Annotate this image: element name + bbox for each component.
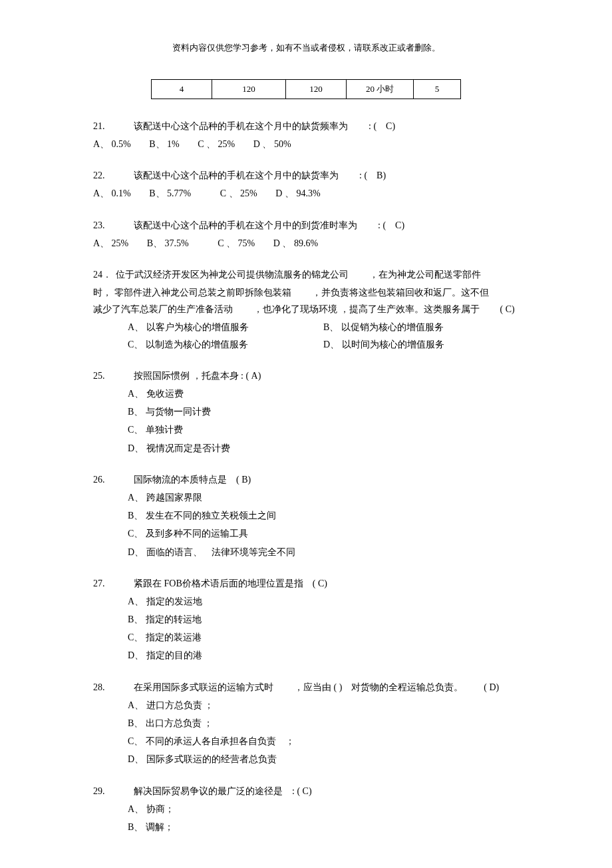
option-b: B、 出口方总负责 ； <box>128 715 519 732</box>
option-d: D 、 50% <box>253 136 291 152</box>
option-b: B、 1% <box>149 136 180 152</box>
stem-part: ，也净化了现场环境 ，提高了生产效率。这类服务属于 <box>253 304 480 314</box>
cell-1: 4 <box>152 80 212 99</box>
table-row: 4 120 120 20 小时 5 <box>152 80 461 99</box>
options: A、 指定的发运地 B、 指定的转运地 C、 指定的装运港 D、 指定的目的港 <box>128 593 519 664</box>
stem-part: ，在为神龙公司配送零部件 <box>369 270 481 280</box>
option-b: B、 发生在不同的独立关税领土之间 <box>128 507 519 524</box>
question-number: 27. <box>93 575 113 592</box>
option-d: D 、 94.3% <box>275 185 320 202</box>
option-a: A、 跨越国家界限 <box>128 489 519 506</box>
option-c: C、 不同的承运人各自承担各自负责 ； <box>128 733 519 750</box>
option-b: B、 指定的转运地 <box>128 611 519 628</box>
option-b: B、 37.5% <box>147 235 189 252</box>
question-26: 26. 国际物流的本质特点是 ( B) A、 跨越国家界限 B、 发生在不同的独… <box>93 471 519 560</box>
stem-part: ，并负责将这些包装箱回收和返厂。这不但 <box>312 288 489 298</box>
option-a: A、 0.5% <box>93 136 131 152</box>
question-stem: 该配送中心这个品种的手机在这个月中的缺货频率为 <box>134 121 348 131</box>
question-stem: 国际物流的本质特点是 ( B) <box>134 475 251 485</box>
options: A、 0.5% B、 1% C 、 25% D 、 50% <box>93 136 519 152</box>
question-29: 29. 解决国际贸易争议的最广泛的途径是 : ( C) A、 协商； B、 调解… <box>93 783 519 836</box>
question-number: 25. <box>93 367 113 384</box>
question-number: 22. <box>93 167 113 184</box>
option-b: B、 以促销为核心的增值服务 <box>323 319 519 335</box>
option-c: C 、 75% <box>218 235 255 252</box>
question-answer: : ( C) <box>369 121 395 131</box>
stem-part: ，应当由 ( ) 对货物的全程运输总负责。 <box>294 682 463 692</box>
question-stem: 该配送中心这个品种的手机在这个月中的到货准时率为 <box>134 220 357 230</box>
option-d: D 、 89.6% <box>273 235 318 252</box>
option-a: A、 25% <box>93 235 128 252</box>
stem-part: 时， 零部件进入神龙公司总装之前即拆除包装箱 <box>93 288 291 298</box>
question-number: 21. <box>93 118 113 134</box>
cell-4: 20 小时 <box>347 80 414 99</box>
question-number: 24． <box>93 266 113 283</box>
question-number: 23. <box>93 217 113 234</box>
question-21: 21. 该配送中心这个品种的手机在这个月中的缺货频率为 : ( C) A、 0.… <box>93 118 519 152</box>
question-answer: ( C) <box>500 304 515 314</box>
options: A、 0.1% B、 5.77% C 、 25% D 、 94.3% <box>93 185 519 202</box>
option-a: A、 协商； <box>128 801 519 817</box>
stem-part: 在采用国际多式联运的运输方式时 <box>134 682 273 692</box>
option-c: C、 及到多种不同的运输工具 <box>128 525 519 542</box>
option-d: D、 国际多式联运的的经营者总负责 <box>128 751 519 767</box>
data-table: 4 120 120 20 小时 5 <box>151 79 461 99</box>
options: A、 跨越国家界限 B、 发生在不同的独立关税领土之间 C、 及到多种不同的运输… <box>128 489 519 560</box>
question-answer: : ( B) <box>359 170 386 180</box>
options: A、 协商； B、 调解； <box>128 801 519 835</box>
question-answer: ( D) <box>484 682 499 692</box>
stem-part: 减少了汽车总装厂的生产准备活动 <box>93 304 233 314</box>
question-25: 25. 按照国际惯例 ，托盘本身 : ( A) A、 免收运费 B、 与货物一同… <box>93 367 519 457</box>
cell-5: 5 <box>414 80 461 99</box>
cell-3: 120 <box>286 80 347 99</box>
option-a: A、 0.1% <box>93 185 131 202</box>
question-24: 24． 位于武汉经济开发区为神龙公司提供物流服务的锦龙公司 ，在为神龙公司配送零… <box>93 266 519 353</box>
question-23: 23. 该配送中心这个品种的手机在这个月中的到货准时率为 : ( C) A、 2… <box>93 217 519 252</box>
question-answer: : ( C) <box>378 220 404 230</box>
options: A、 免收运费 B、 与货物一同计费 C、 单独计费 D、 视情况而定是否计费 <box>128 385 519 457</box>
options: A、 25% B、 37.5% C 、 75% D 、 89.6% <box>93 235 519 252</box>
option-d: D、 视情况而定是否计费 <box>128 440 519 457</box>
option-c: C、 单独计费 <box>128 421 519 438</box>
option-c: C、 以制造为核心的增值服务 <box>128 336 323 353</box>
question-28: 28. 在采用国际多式联运的运输方式时 ，应当由 ( ) 对货物的全程运输总负责… <box>93 679 519 768</box>
options: A、 以客户为核心的增值服务 B、 以促销为核心的增值服务 C、 以制造为核心的… <box>128 319 519 352</box>
question-stem: 紧跟在 FOB价格术语后面的地理位置是指 ( C) <box>134 578 327 588</box>
options: A、 进口方总负责 ； B、 出口方总负责 ； C、 不同的承运人各自承担各自负… <box>128 697 519 768</box>
option-a: A、 进口方总负责 ； <box>128 697 519 714</box>
question-22: 22. 该配送中心这个品种的手机在这个月中的缺货率为 : ( B) A、 0.1… <box>93 167 519 202</box>
option-a: A、 以客户为核心的增值服务 <box>128 319 323 335</box>
option-c: C、 指定的装运港 <box>128 629 519 646</box>
question-number: 26. <box>93 471 113 488</box>
header-note: 资料内容仅供您学习参考，如有不当或者侵权，请联系改正或者删除。 <box>93 40 519 55</box>
question-number: 28. <box>93 679 113 696</box>
option-d: D、 以时间为核心的增值服务 <box>323 336 519 353</box>
stem-part: 位于武汉经济开发区为神龙公司提供物流服务的锦龙公司 <box>116 270 349 280</box>
option-d: D、 指定的目的港 <box>128 647 519 664</box>
question-stem: 该配送中心这个品种的手机在这个月中的缺货率为 <box>134 170 339 180</box>
option-b: B、 5.77% <box>149 185 191 202</box>
option-c: C 、 25% <box>198 136 235 152</box>
option-d: D、 面临的语言、 法律环境等完全不同 <box>128 544 519 560</box>
question-27: 27. 紧跟在 FOB价格术语后面的地理位置是指 ( C) A、 指定的发运地 … <box>93 575 519 664</box>
question-stem: 按照国际惯例 ，托盘本身 : ( A) <box>134 371 261 381</box>
option-b: B、 调解； <box>128 819 519 835</box>
option-c: C 、 25% <box>220 185 257 202</box>
cell-2: 120 <box>212 80 286 99</box>
option-a: A、 指定的发运地 <box>128 593 519 610</box>
question-number: 29. <box>93 783 113 799</box>
option-a: A、 免收运费 <box>128 385 519 402</box>
question-stem: 解决国际贸易争议的最广泛的途径是 : ( C) <box>134 786 312 796</box>
option-b: B、 与货物一同计费 <box>128 403 519 420</box>
